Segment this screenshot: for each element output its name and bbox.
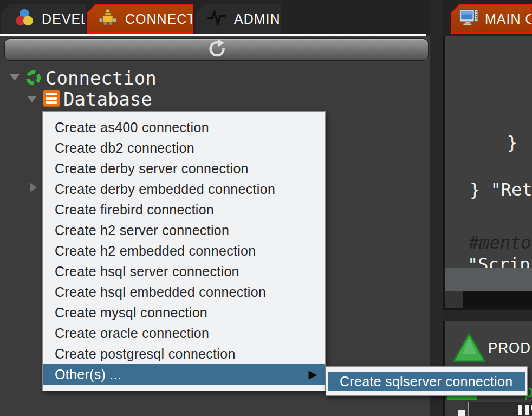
console-input[interactable] bbox=[463, 291, 532, 309]
tab-devel[interactable]: DEVEL bbox=[1, 4, 86, 34]
menu-item[interactable]: Create h2 embedded connection bbox=[43, 240, 325, 261]
network-plug-icon bbox=[98, 8, 118, 30]
green-ring-icon bbox=[25, 69, 42, 88]
partial-glyph bbox=[518, 405, 522, 415]
database-icon bbox=[43, 90, 60, 107]
menu-item[interactable]: Create h2 server connection bbox=[43, 220, 325, 240]
tab-main-output-label: MAIN OU bbox=[485, 11, 531, 27]
tree-expander-collapsed-node[interactable] bbox=[30, 183, 37, 192]
tree-node-connection[interactable]: Connection bbox=[46, 67, 157, 89]
partial-glyph bbox=[525, 405, 529, 415]
prod-triangle-icon bbox=[452, 332, 486, 366]
menu-item-others-label: Other(s) ... bbox=[55, 367, 121, 382]
tab-admin-label: ADMIN bbox=[234, 11, 281, 27]
menu-item-others[interactable]: Other(s) ... ▶ bbox=[43, 364, 325, 385]
menu-item[interactable]: Create derby server connection bbox=[43, 158, 325, 179]
tab-connect-label: CONNECT bbox=[125, 11, 196, 27]
tab-connect[interactable]: CONNECT bbox=[87, 4, 193, 34]
database-context-menu: Create as400 connection Create db2 conne… bbox=[42, 111, 326, 391]
menu-item[interactable]: Create as400 connection bbox=[43, 117, 325, 138]
menu-item[interactable]: Create postgresql connection bbox=[43, 343, 325, 364]
console-line: } bbox=[507, 132, 517, 153]
menu-item[interactable]: Create db2 connection bbox=[43, 138, 325, 158]
menu-item[interactable]: Create hsql embedded connection bbox=[43, 282, 325, 302]
tab-strip-underline bbox=[0, 34, 426, 36]
menu-item[interactable]: Create derby embedded connection bbox=[43, 179, 325, 199]
console-selected-band bbox=[445, 268, 532, 291]
panel-divider[interactable] bbox=[430, 0, 443, 416]
monitor-icon bbox=[458, 8, 479, 30]
console-input-gutter bbox=[445, 291, 463, 309]
refresh-button[interactable] bbox=[4, 38, 429, 61]
tree-expander-connection[interactable] bbox=[10, 74, 20, 81]
others-submenu: Create sqlserver connection bbox=[326, 366, 528, 396]
pulse-icon bbox=[206, 8, 227, 30]
partial-glyph bbox=[458, 410, 465, 416]
tree-expander-database[interactable] bbox=[27, 96, 37, 102]
tab-devel-label: DEVEL bbox=[42, 11, 89, 27]
submenu-arrow-icon: ▶ bbox=[309, 368, 317, 381]
refresh-icon bbox=[207, 39, 226, 61]
prod-panel-column-divider bbox=[468, 402, 469, 416]
console-comment-line: #mento bbox=[469, 232, 531, 253]
menu-item[interactable]: Create hsql server connection bbox=[43, 261, 325, 282]
menu-item[interactable]: Create oracle connection bbox=[43, 323, 325, 343]
tab-main-output[interactable]: MAIN OU bbox=[451, 4, 532, 34]
menu-item-create-sqlserver[interactable]: Create sqlserver connection bbox=[328, 372, 525, 391]
prod-label: PROD bbox=[488, 340, 531, 356]
main-output-console: } } "Ret #mento "Scrip bbox=[443, 36, 532, 310]
app-window: DEVEL CONNECT bbox=[0, 0, 532, 416]
menu-item[interactable]: Create firebird connection bbox=[43, 199, 325, 220]
console-line: } "Ret bbox=[470, 179, 532, 200]
menu-item[interactable]: Create mysql connection bbox=[43, 302, 325, 323]
right-panel-gap bbox=[443, 310, 532, 321]
palette-icon bbox=[14, 8, 35, 30]
tree-node-database[interactable]: Database bbox=[63, 88, 152, 110]
tab-admin[interactable]: ADMIN bbox=[196, 4, 281, 34]
